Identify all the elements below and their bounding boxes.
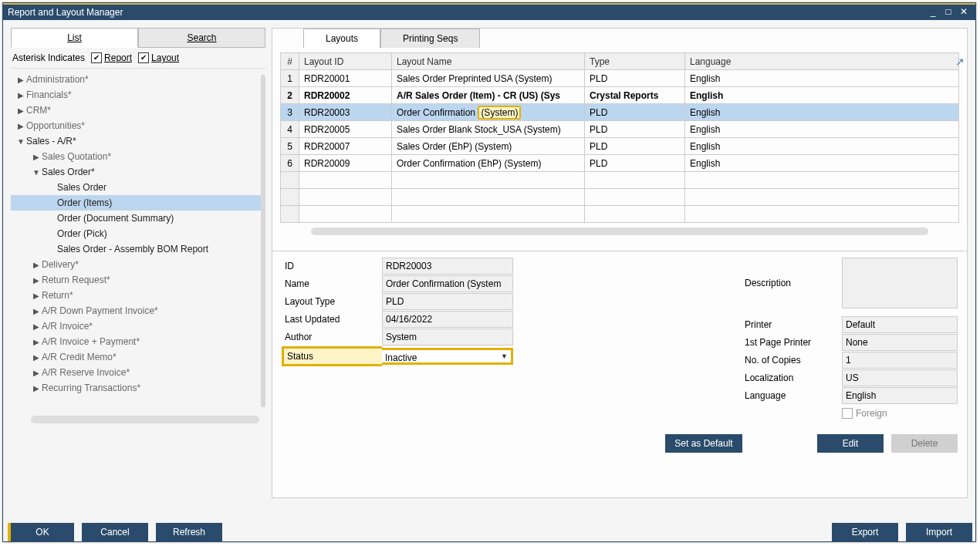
foreign-checkbox[interactable]: ✔Foreign: [742, 405, 958, 419]
tree-hscroll[interactable]: [31, 416, 259, 423]
tree-item[interactable]: Sales Order - Assembly BOM Report: [11, 241, 265, 257]
cancel-button[interactable]: Cancel: [82, 523, 148, 541]
field-author: System: [382, 329, 513, 345]
tree-item[interactable]: ▶Return Request*: [11, 272, 265, 288]
tab-printing-seqs[interactable]: Printing Seqs: [380, 29, 480, 48]
col-language[interactable]: Language: [685, 53, 959, 70]
table-row[interactable]: 5RDR20007Sales Order (EhP) (System)PLDEn…: [281, 138, 959, 155]
label-id: ID: [282, 258, 382, 274]
tree-item-label: A/R Credit Memo*: [42, 352, 117, 362]
tree-item[interactable]: ▶Delivery*: [11, 257, 265, 272]
tree-item-label: Recurring Transactions*: [42, 383, 140, 393]
field-status-dropdown[interactable]: Inactive▼: [382, 348, 513, 365]
tree-arrow-icon: ▶: [31, 353, 42, 362]
tree-item[interactable]: ▶Opportunities*: [11, 118, 265, 133]
report-checkbox[interactable]: ✔Report: [91, 52, 132, 63]
tree-arrow-icon: ▶: [15, 122, 26, 130]
tree-item[interactable]: Order (Pick): [11, 226, 265, 241]
tree-item[interactable]: ▶Return*: [11, 288, 265, 303]
detail-left: IDRDR20003 NameOrder Confirmation (Syste…: [282, 258, 513, 419]
field-description: [842, 258, 958, 308]
minimize-icon[interactable]: _: [926, 7, 940, 18]
tab-layouts[interactable]: Layouts: [303, 29, 380, 48]
field-language[interactable]: English: [842, 387, 958, 404]
tree-arrow-icon: ▼: [15, 137, 26, 146]
tree-item[interactable]: ▶Sales Quotation*: [11, 149, 265, 164]
field-last-updated: 04/16/2022: [382, 311, 513, 328]
ok-button[interactable]: OK: [8, 523, 74, 541]
table-row[interactable]: 1RDR20001Sales Order Preprinted USA (Sys…: [281, 70, 959, 87]
label-layout-type: Layout Type: [282, 294, 382, 309]
tree-item[interactable]: Order (Document Summary): [11, 211, 265, 226]
detail-area: IDRDR20003 NameOrder Confirmation (Syste…: [272, 251, 967, 426]
tree-arrow-icon: ▶: [31, 338, 42, 346]
field-localization[interactable]: US: [842, 369, 958, 386]
layouts-grid[interactable]: # Layout ID Layout Name Type Language 1R…: [280, 52, 959, 223]
tree-item-label: CRM*: [26, 105, 51, 116]
left-pane: List Search Asterisk Indicates ✔Report ✔…: [11, 28, 265, 498]
col-type[interactable]: Type: [585, 53, 685, 70]
tree-scrollbar[interactable]: [261, 75, 265, 407]
col-num[interactable]: #: [281, 53, 299, 70]
table-row-empty: .....: [281, 172, 959, 189]
label-name: Name: [282, 276, 382, 292]
tree-arrow-icon: ▶: [15, 76, 26, 84]
set-as-default-button[interactable]: Set as Default: [665, 434, 742, 453]
grid-hscroll[interactable]: [311, 228, 928, 235]
tree-item[interactable]: ▶A/R Invoice + Payment*: [11, 334, 265, 349]
tree-arrow-icon: ▶: [15, 106, 26, 115]
table-row[interactable]: 2RDR20002A/R Sales Order (Item) - CR (US…: [281, 87, 959, 104]
col-layout-name[interactable]: Layout Name: [392, 53, 585, 70]
tree-item[interactable]: ▶Administration*: [11, 72, 265, 87]
table-row[interactable]: 6RDR20009Order Confirmation (EhP) (Syste…: [281, 155, 959, 172]
tree-item-label: Financials*: [26, 89, 72, 100]
tree-item[interactable]: ▶Recurring Transactions*: [11, 380, 265, 396]
table-row[interactable]: 4RDR20005Sales Order Blank Stock_USA (Sy…: [281, 121, 959, 138]
tree-item-label: A/R Invoice*: [42, 321, 93, 332]
tree-item[interactable]: ▶A/R Reserve Invoice*: [11, 365, 265, 380]
window-title: Report and Layout Manager: [8, 7, 924, 18]
label-first-page-printer: 1st Page Printer: [742, 335, 842, 350]
tree-item-label: Sales Order: [57, 182, 106, 193]
tree-item[interactable]: ▶Financials*: [11, 87, 265, 103]
tree-item-label: Sales - A/R*: [26, 136, 76, 147]
edit-button[interactable]: Edit: [817, 434, 884, 453]
popout-icon[interactable]: ↗: [955, 56, 965, 68]
tree-item[interactable]: Order (Items): [11, 195, 265, 211]
tree-item-label: Return Request*: [42, 275, 110, 285]
layout-checkbox[interactable]: ✔Layout: [138, 52, 179, 63]
tree-arrow-icon: ▶: [31, 276, 42, 285]
tree-item[interactable]: ▶A/R Down Payment Invoice*: [11, 303, 265, 318]
field-num-copies[interactable]: 1: [842, 352, 958, 369]
tree-item[interactable]: ▶A/R Credit Memo*: [11, 349, 265, 365]
col-layout-id[interactable]: Layout ID: [299, 53, 392, 70]
tree-arrow-icon: ▶: [31, 384, 42, 393]
tree-item-label: A/R Down Payment Invoice*: [42, 305, 158, 316]
tree-item[interactable]: ▶CRM*: [11, 103, 265, 118]
tree-item[interactable]: ▼Sales - A/R*: [11, 133, 265, 149]
tree-item[interactable]: Sales Order: [11, 180, 265, 195]
label-description: Description: [742, 275, 842, 291]
tree-item[interactable]: ▼Sales Order*: [11, 164, 265, 180]
tab-list[interactable]: List: [11, 28, 138, 48]
right-pane: Layouts Printing Seqs ↗ # Layout ID Layo…: [272, 28, 968, 498]
filter-row: Asterisk Indicates ✔Report ✔Layout: [11, 48, 265, 69]
tree-item-label: Sales Order*: [42, 167, 95, 177]
import-button[interactable]: Import: [906, 523, 972, 541]
navigation-tree[interactable]: ▶Administration*▶Financials*▶CRM*▶Opport…: [11, 72, 265, 411]
tab-search[interactable]: Search: [138, 28, 265, 48]
field-printer[interactable]: Default: [842, 316, 958, 333]
label-status: Status: [282, 346, 382, 366]
tree-arrow-icon: ▶: [15, 91, 26, 99]
tree-item-label: Sales Order - Assembly BOM Report: [57, 244, 208, 254]
field-first-page-printer[interactable]: None: [842, 334, 958, 351]
table-row[interactable]: 3RDR20003Order Confirmation (System)PLDE…: [281, 104, 959, 121]
close-icon[interactable]: ✕: [957, 7, 971, 18]
titlebar[interactable]: Report and Layout Manager _ □ ✕: [3, 3, 975, 20]
tree-item-label: Order (Document Summary): [57, 213, 174, 224]
maximize-icon[interactable]: □: [941, 7, 955, 18]
refresh-button[interactable]: Refresh: [156, 523, 222, 541]
field-id: RDR20003: [382, 258, 513, 275]
tree-item[interactable]: ▶A/R Invoice*: [11, 318, 265, 334]
export-button[interactable]: Export: [832, 523, 898, 541]
